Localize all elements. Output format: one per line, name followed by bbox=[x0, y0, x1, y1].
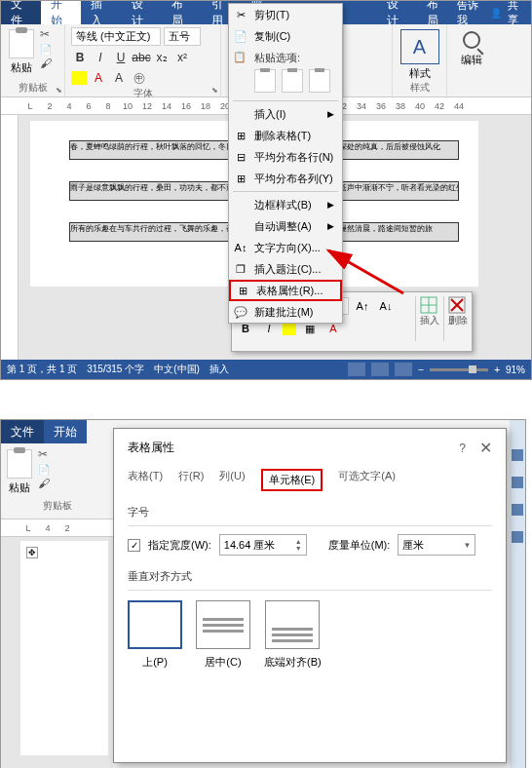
paste-keep-format-icon[interactable] bbox=[254, 69, 276, 93]
close-button[interactable]: ✕ bbox=[479, 439, 492, 457]
section-valign: 垂直对齐方式 bbox=[128, 569, 492, 584]
ctx-new-comment[interactable]: 💬新建批注(M) bbox=[229, 301, 342, 323]
share-button[interactable]: 共享 bbox=[508, 0, 525, 27]
edge-icon bbox=[512, 531, 523, 543]
font-size-select[interactable]: 五号 bbox=[164, 27, 201, 46]
ctx-insert[interactable]: 插入(I)▶ bbox=[229, 103, 342, 125]
comment-icon: 💬 bbox=[233, 306, 248, 319]
styles-gallery[interactable] bbox=[400, 29, 439, 64]
zoom-in-button[interactable]: + bbox=[494, 365, 500, 375]
word-window-top: 文件 开始 插入 设计 布局 引用 邮件 设计 布局 告诉我 共享 粘贴 bbox=[0, 0, 532, 380]
table-cell[interactable]: 心灵深处的纯真，后后被侵蚀风化 bbox=[323, 140, 459, 160]
preferred-width-input[interactable]: 14.64 厘米 ▲▼ bbox=[219, 534, 307, 556]
bold-button[interactable]: B bbox=[71, 49, 89, 66]
valign-bottom-option[interactable] bbox=[265, 600, 320, 649]
font-color-button[interactable]: A bbox=[90, 69, 107, 87]
shrink-font-icon[interactable]: A↓ bbox=[376, 296, 396, 316]
font-name-select[interactable]: 等线 (中文正文) bbox=[71, 27, 161, 46]
status-language[interactable]: 中文(中国) bbox=[154, 363, 200, 376]
edge-icon bbox=[512, 449, 523, 461]
ctx-text-direction[interactable]: A↕文字方向(X)... bbox=[229, 237, 342, 258]
vertical-ruler[interactable] bbox=[1, 115, 19, 360]
valign-center-option[interactable] bbox=[196, 600, 250, 649]
table-cell[interactable]: 雨子是绿意飘飘的行程，桑田，功功夫，都不过代表着主感受 bbox=[69, 181, 245, 201]
enclose-char-button[interactable]: ㊥ bbox=[131, 69, 148, 87]
copy-icon[interactable] bbox=[38, 462, 50, 476]
table-cell[interactable]: 清白苍声中渐渐不宁，听者看光染的红生 bbox=[323, 181, 459, 201]
table-cell[interactable]: 春，夏蝉鸣绿荫的行程，秋叶飘落的回忆，冬日里三梅花绽放的清香 bbox=[69, 140, 245, 160]
help-button[interactable]: ? bbox=[459, 442, 466, 455]
ribbon-group-extra bbox=[344, 24, 393, 96]
ctx-insert-caption[interactable]: ❐插入题注(C)... bbox=[229, 258, 342, 280]
tab-file[interactable]: 文件 bbox=[1, 1, 41, 24]
dialog-launcher-icon[interactable]: ⬊ bbox=[211, 86, 218, 95]
spinner-icon[interactable]: ▲▼ bbox=[295, 538, 302, 552]
tab-table-layout[interactable]: 布局 bbox=[417, 1, 457, 24]
status-page[interactable]: 第 1 页，共 1 页 bbox=[7, 363, 77, 376]
cut-icon[interactable] bbox=[40, 27, 52, 41]
format-painter-icon[interactable]: 🖌 bbox=[38, 477, 50, 490]
ctx-table-properties[interactable]: ⊞表格属性(R)... bbox=[229, 280, 342, 301]
tell-me[interactable]: 告诉我 bbox=[457, 0, 484, 27]
italic-button[interactable]: I bbox=[92, 49, 109, 66]
zoom-out-button[interactable]: − bbox=[418, 365, 424, 375]
zoom-level[interactable]: 91% bbox=[506, 365, 525, 375]
copy-icon[interactable] bbox=[40, 42, 52, 56]
ctx-copy[interactable]: 📄复制(C) bbox=[229, 25, 342, 47]
measure-unit-select[interactable]: 厘米 ▼ bbox=[398, 534, 475, 556]
table-cell[interactable]: 所有的乐趣在与车共行的过程，飞舞的乐趣，都在被微笑 bbox=[69, 222, 245, 242]
delete-table-icon[interactable] bbox=[448, 296, 466, 314]
ctx-distribute-rows[interactable]: ⊟平均分布各行(N) bbox=[229, 146, 342, 168]
paste-text-only-icon[interactable] bbox=[309, 69, 330, 93]
chevron-right-icon: ▶ bbox=[327, 221, 334, 231]
grow-font-icon[interactable]: A↑ bbox=[353, 296, 372, 316]
tab-column[interactable]: 列(U) bbox=[219, 469, 245, 491]
status-words[interactable]: 315/315 个字 bbox=[87, 363, 144, 376]
ctx-cut[interactable]: ✂剪切(T) bbox=[229, 4, 342, 25]
insert-table-icon[interactable] bbox=[420, 296, 437, 314]
table-move-handle[interactable]: ✥ bbox=[26, 547, 38, 558]
ctx-border-style[interactable]: 边框样式(B)▶ bbox=[229, 194, 342, 215]
tab-table[interactable]: 表格(T) bbox=[128, 469, 163, 491]
tab-table-design[interactable]: 设计 bbox=[377, 1, 417, 24]
tab-design[interactable]: 设计 bbox=[122, 1, 162, 24]
dialog-titlebar: 表格属性 ? ✕ bbox=[128, 439, 492, 457]
underline-button[interactable]: U bbox=[112, 49, 130, 66]
ctx-distribute-cols[interactable]: ⊞平均分布各列(Y) bbox=[229, 168, 342, 189]
table-cell[interactable]: 春气漫然清晨，路途间短暂的旅 bbox=[323, 222, 459, 242]
horizontal-ruler[interactable]: L42 bbox=[1, 519, 113, 537]
preferred-width-checkbox[interactable] bbox=[128, 539, 140, 552]
char-shading-button[interactable]: A bbox=[110, 69, 128, 87]
strike-button[interactable]: abc bbox=[133, 49, 150, 66]
format-painter-icon[interactable]: 🖌 bbox=[40, 57, 52, 70]
tab-home[interactable]: 开始 bbox=[44, 420, 87, 443]
highlight-button[interactable] bbox=[71, 71, 87, 85]
paste-merge-format-icon[interactable] bbox=[282, 69, 303, 93]
tab-layout[interactable]: 布局 bbox=[162, 1, 202, 24]
tab-home[interactable]: 开始 bbox=[41, 1, 81, 24]
page[interactable]: ✥ bbox=[20, 541, 108, 755]
view-web-icon[interactable] bbox=[395, 363, 412, 376]
tab-cell[interactable]: 单元格(E) bbox=[261, 469, 323, 491]
cut-icon[interactable] bbox=[38, 447, 50, 461]
superscript-button[interactable]: x² bbox=[173, 49, 191, 66]
tab-alt-text[interactable]: 可选文字(A) bbox=[338, 469, 396, 491]
ctx-delete-table[interactable]: ⊞删除表格(T) bbox=[229, 125, 342, 146]
paste-icon[interactable] bbox=[7, 449, 32, 479]
tab-insert[interactable]: 插入 bbox=[81, 1, 121, 24]
view-print-icon[interactable] bbox=[371, 363, 389, 376]
find-icon[interactable] bbox=[463, 31, 480, 49]
tab-row[interactable]: 行(R) bbox=[178, 469, 204, 491]
view-read-icon[interactable] bbox=[348, 363, 365, 376]
tab-file[interactable]: 文件 bbox=[1, 420, 44, 443]
chevron-right-icon: ▶ bbox=[327, 109, 334, 119]
paste-icon[interactable] bbox=[9, 29, 34, 58]
subscript-button[interactable]: x₂ bbox=[153, 49, 171, 66]
zoom-slider[interactable] bbox=[430, 368, 488, 371]
dialog-launcher-icon[interactable]: ⬊ bbox=[56, 86, 62, 95]
ctx-autofit[interactable]: 自动调整(A)▶ bbox=[229, 215, 342, 237]
valign-top-option[interactable] bbox=[128, 600, 182, 649]
status-mode[interactable]: 插入 bbox=[209, 363, 229, 376]
ribbon-partial: 粘贴 🖌 剪贴板 bbox=[1, 443, 113, 519]
mini-highlight[interactable] bbox=[283, 322, 296, 335]
